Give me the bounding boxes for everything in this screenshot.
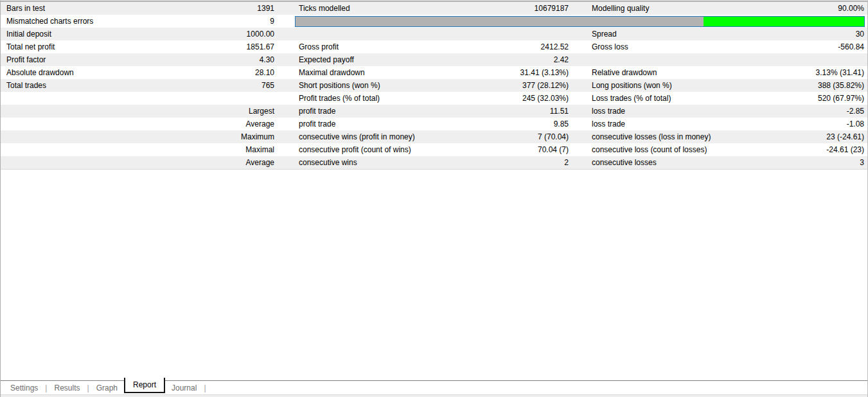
report-row: Total trades765 Short positions (won %)3… — [1, 79, 867, 92]
stat-label: Bars in test — [6, 2, 45, 15]
strategy-tester-report-panel: Bars in test1391 Ticks modelled10679187 … — [0, 0, 868, 397]
stat-value: Average — [246, 118, 274, 130]
modelling-quality-bar-gray — [296, 17, 704, 26]
stat-label: Gross profit — [299, 40, 339, 53]
report-row: Absolute drawdown28.10 Maximal drawdown3… — [1, 66, 867, 79]
stat-label: consecutive losses (loss in money) — [592, 130, 711, 143]
stat-value: 1851.67 — [247, 40, 274, 53]
stat-value: 1000.00 — [247, 28, 274, 40]
modelling-quality-bar — [295, 16, 865, 27]
stat-label: Short positions (won %) — [299, 79, 380, 92]
stat-label: loss trade — [592, 105, 625, 118]
stat-label: Maximal drawdown — [299, 66, 365, 79]
stat-value: 7 (70.04) — [538, 130, 569, 143]
stat-label: Loss trades (% of total) — [592, 92, 671, 105]
stat-value: 520 (67.97%) — [818, 92, 864, 105]
stat-label: Modelling quality — [592, 2, 649, 15]
report-row: Bars in test1391 Ticks modelled10679187 … — [1, 2, 867, 15]
report-row: Total net profit1851.67 Gross profit2412… — [1, 40, 867, 53]
stat-value: Maximum — [241, 130, 274, 143]
stat-value: Maximal — [245, 143, 274, 156]
stat-value: 2.42 — [554, 53, 569, 66]
stat-value: 31.41 (3.13%) — [520, 66, 569, 79]
stat-value: 4.30 — [260, 53, 274, 66]
stat-label: Relative drawdown — [592, 66, 657, 79]
stat-label: Profit trades (% of total) — [299, 92, 380, 105]
stat-value: 70.04 (7) — [538, 143, 569, 156]
stat-value: 377 (28.12%) — [522, 79, 569, 92]
stat-label: Long positions (won %) — [592, 79, 672, 92]
stat-label: Absolute drawdown — [6, 66, 74, 79]
tab-journal[interactable]: Journal — [165, 384, 203, 393]
stat-label: Total net profit — [6, 40, 55, 53]
stat-value: Average — [246, 156, 274, 169]
tab-separator — [204, 384, 206, 393]
stat-value: -1.08 — [847, 118, 864, 130]
bottom-strip — [1, 394, 867, 397]
stat-value: -2.85 — [847, 105, 864, 118]
stat-value: 1391 — [257, 2, 274, 15]
stat-label: Mismatched charts errors — [6, 15, 93, 28]
stat-label: consecutive wins (profit in money) — [299, 130, 415, 143]
stat-value: 765 — [261, 79, 274, 92]
tab-separator — [87, 384, 89, 393]
stat-value: 23 (-24.61) — [826, 130, 864, 143]
stat-label: consecutive wins — [299, 156, 357, 169]
report-row: Initial deposit1000.00 Spread30 — [1, 28, 867, 40]
report-row: Average consecutive wins2 consecutive lo… — [1, 156, 867, 169]
stat-value: 388 (35.82%) — [818, 79, 864, 92]
stat-value: 3 — [860, 156, 864, 169]
stat-value: Largest — [249, 105, 274, 118]
tab-settings[interactable]: Settings — [4, 384, 44, 393]
stat-label: Initial deposit — [6, 28, 51, 40]
report-row: Maximum consecutive wins (profit in mone… — [1, 130, 867, 143]
tab-graph[interactable]: Graph — [90, 384, 124, 393]
report-table: Bars in test1391 Ticks modelled10679187 … — [1, 1, 867, 170]
stat-label: profit trade — [299, 105, 335, 118]
stat-label: Profit factor — [6, 53, 46, 66]
stat-label: loss trade — [592, 118, 625, 130]
tab-results[interactable]: Results — [48, 384, 86, 393]
tab-separator — [45, 384, 47, 393]
stat-value: 9 — [270, 15, 274, 28]
report-empty-area — [1, 170, 867, 380]
tab-report[interactable]: Report — [124, 378, 165, 393]
stat-value: -560.84 — [838, 40, 864, 53]
stat-value: 2 — [564, 156, 569, 169]
modelling-quality-bar-green — [704, 17, 864, 26]
stat-value: 30 — [856, 28, 864, 40]
report-row: Largest profit trade11.51 loss trade-2.8… — [1, 105, 867, 118]
stat-value: 2412.52 — [541, 40, 569, 53]
report-row: Maximal consecutive profit (count of win… — [1, 143, 867, 156]
tester-tab-bar: Settings Results Graph Report Journal — [1, 380, 867, 394]
stat-value: 3.13% (31.41) — [816, 66, 864, 79]
stat-value: 11.51 — [550, 105, 569, 118]
stat-label: Total trades — [6, 79, 46, 92]
stat-value: -24.61 (23) — [826, 143, 864, 156]
stat-label: consecutive loss (count of losses) — [592, 143, 707, 156]
stat-label: Spread — [592, 28, 617, 40]
stat-value: 10679187 — [535, 2, 569, 15]
stat-label: consecutive profit (count of wins) — [299, 143, 411, 156]
stat-label: Ticks modelled — [299, 2, 350, 15]
report-row: Profit trades (% of total)245 (32.03%) L… — [1, 92, 867, 105]
report-row: Average profit trade9.85 loss trade-1.08 — [1, 118, 867, 130]
stat-label: Gross loss — [592, 40, 628, 53]
stat-value: 245 (32.03%) — [522, 92, 569, 105]
stat-label: consecutive losses — [592, 156, 657, 169]
report-row: Profit factor4.30 Expected payoff2.42 — [1, 53, 867, 66]
stat-label: profit trade — [299, 118, 335, 130]
stat-value: 9.85 — [554, 118, 569, 130]
stat-value: 90.00% — [838, 2, 864, 15]
stat-value: 28.10 — [255, 66, 274, 79]
stat-label: Expected payoff — [299, 53, 354, 66]
report-row: Mismatched charts errors9 — [1, 15, 867, 28]
